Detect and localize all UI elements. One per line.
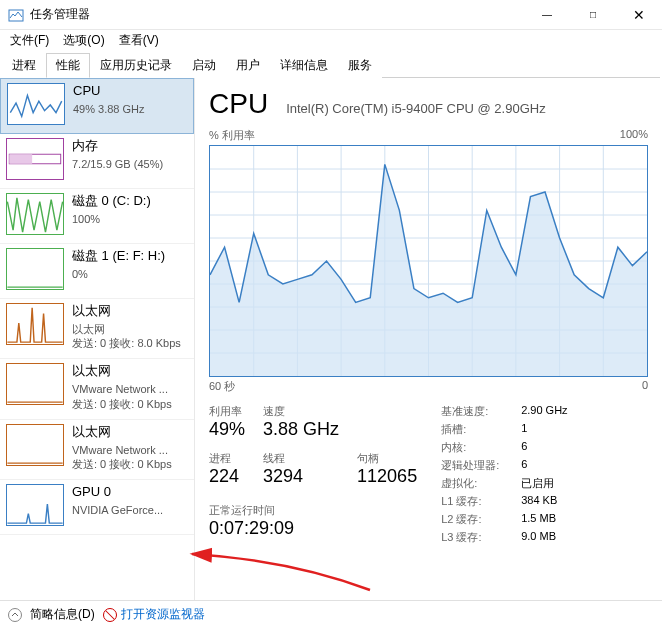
sidebar-item-4[interactable]: 以太网以太网发送: 0 接收: 8.0 Kbps [0,299,194,359]
sidebar-item-sub: NVIDIA GeForce... [72,503,188,517]
sidebar-thumb-icon [6,138,64,180]
sidebar-item-sub: 0% [72,267,188,281]
open-resource-monitor-link[interactable]: 打开资源监视器 [103,606,205,623]
detail-value: 已启用 [521,476,554,491]
sidebar-item-sub: 以太网 [72,322,188,336]
detail-value: 1.5 MB [521,512,556,527]
sidebar-item-1[interactable]: 内存7.2/15.9 GB (45%) [0,134,194,189]
detail-key: 逻辑处理器: [441,458,521,473]
detail-value: 9.0 MB [521,530,556,545]
detail-key: L3 缓存: [441,530,521,545]
cpu-stats-main: 利用率 49% 速度 3.88 GHz 进程 224 线程 3294 句柄 11… [209,404,417,548]
sidebar-item-0[interactable]: CPU49% 3.88 GHz [0,78,194,134]
stat-label-uptime: 正常运行时间 [209,503,417,518]
sidebar-item-2[interactable]: 磁盘 0 (C: D:)100% [0,189,194,244]
tab-users[interactable]: 用户 [226,53,270,78]
cpu-detail-row: 内核:6 [441,440,567,455]
chart-x-right: 0 [642,379,648,394]
sidebar-item-title: 以太网 [72,424,188,441]
tab-processes[interactable]: 进程 [2,53,46,78]
detail-key: L1 缓存: [441,494,521,509]
tab-services[interactable]: 服务 [338,53,382,78]
detail-key: 虚拟化: [441,476,521,491]
resource-monitor-icon [103,608,117,622]
detail-key: 基准速度: [441,404,521,419]
stat-label-util: 利用率 [209,404,245,419]
detail-key: 插槽: [441,422,521,437]
detail-value: 384 KB [521,494,557,509]
cpu-detail-row: L2 缓存:1.5 MB [441,512,567,527]
stat-util: 49% [209,419,245,440]
sidebar-item-sub: 49% 3.88 GHz [73,102,187,116]
detail-key: L2 缓存: [441,512,521,527]
sidebar-item-title: GPU 0 [72,484,188,501]
sidebar-item-sub2: 发送: 0 接收: 0 Kbps [72,397,188,411]
menu-options[interactable]: 选项(O) [57,30,110,51]
stat-uptime: 0:07:29:09 [209,518,417,539]
sidebar-item-title: 内存 [72,138,188,155]
sidebar-item-title: 磁盘 0 (C: D:) [72,193,188,210]
chart-x-left: 60 秒 [209,379,235,394]
stat-thread: 3294 [263,466,339,487]
sidebar-item-3[interactable]: 磁盘 1 (E: F: H:)0% [0,244,194,299]
close-button[interactable]: ✕ [616,0,662,29]
detail-key: 内核: [441,440,521,455]
stat-proc: 224 [209,466,245,487]
menubar: 文件(F) 选项(O) 查看(V) [0,30,662,50]
detail-value: 2.90 GHz [521,404,567,419]
main-panel: CPU49% 3.88 GHz内存7.2/15.9 GB (45%)磁盘 0 (… [0,78,662,600]
sidebar-thumb-icon [6,484,64,526]
sidebar-item-title: CPU [73,83,187,100]
cpu-usage-chart [209,145,648,377]
sidebar-item-sub2: 发送: 0 接收: 8.0 Kbps [72,336,188,350]
sidebar-thumb-icon [6,424,64,466]
sidebar-thumb-icon [6,303,64,345]
tab-details[interactable]: 详细信息 [270,53,338,78]
stat-handle: 112065 [357,466,417,487]
cpu-stats-detail: 基准速度:2.90 GHz插槽:1内核:6逻辑处理器:6虚拟化:已启用L1 缓存… [441,404,567,548]
chart-label-right: 100% [620,128,648,143]
tab-bar: 进程 性能 应用历史记录 启动 用户 详细信息 服务 [2,52,660,78]
sidebar-item-title: 以太网 [72,363,188,380]
stat-label-handle: 句柄 [357,451,417,466]
sidebar-item-title: 磁盘 1 (E: F: H:) [72,248,188,265]
cpu-detail-row: 基准速度:2.90 GHz [441,404,567,419]
tab-history[interactable]: 应用历史记录 [90,53,182,78]
sidebar-thumb-icon [6,248,64,290]
performance-sidebar[interactable]: CPU49% 3.88 GHz内存7.2/15.9 GB (45%)磁盘 0 (… [0,78,195,600]
detail-value: 6 [521,458,527,473]
app-icon [8,7,24,23]
fewer-details-link[interactable]: 简略信息(D) [30,606,95,623]
sidebar-item-5[interactable]: 以太网VMware Network ...发送: 0 接收: 0 Kbps [0,359,194,419]
window-title: 任务管理器 [30,6,524,23]
menu-file[interactable]: 文件(F) [4,30,55,51]
maximize-button[interactable]: □ [570,0,616,29]
cpu-model: Intel(R) Core(TM) i5-9400F CPU @ 2.90GHz [286,101,546,116]
chevron-up-icon[interactable] [8,608,22,622]
sidebar-item-sub: VMware Network ... [72,382,188,396]
detail-value: 6 [521,440,527,455]
tab-performance[interactable]: 性能 [46,53,90,78]
sidebar-item-7[interactable]: GPU 0NVIDIA GeForce... [0,480,194,535]
cpu-detail-row: L3 缓存:9.0 MB [441,530,567,545]
detail-value: 1 [521,422,527,437]
sidebar-item-sub: 7.2/15.9 GB (45%) [72,157,188,171]
stat-speed: 3.88 GHz [263,419,339,440]
sidebar-item-sub: VMware Network ... [72,443,188,457]
cpu-detail-row: L1 缓存:384 KB [441,494,567,509]
cpu-title: CPU [209,88,268,120]
svg-rect-2 [9,154,32,164]
sidebar-item-6[interactable]: 以太网VMware Network ...发送: 0 接收: 0 Kbps [0,420,194,480]
stat-label-thread: 线程 [263,451,339,466]
footer-bar: 简略信息(D) 打开资源监视器 [0,600,662,628]
cpu-detail-row: 插槽:1 [441,422,567,437]
sidebar-item-sub: 100% [72,212,188,226]
cpu-detail-row: 逻辑处理器:6 [441,458,567,473]
cpu-detail-panel: CPU Intel(R) Core(TM) i5-9400F CPU @ 2.9… [195,78,662,600]
titlebar: 任务管理器 — □ ✕ [0,0,662,30]
chart-label-left: % 利用率 [209,128,255,143]
menu-view[interactable]: 查看(V) [113,30,165,51]
tab-startup[interactable]: 启动 [182,53,226,78]
minimize-button[interactable]: — [524,0,570,29]
sidebar-thumb-icon [7,83,65,125]
